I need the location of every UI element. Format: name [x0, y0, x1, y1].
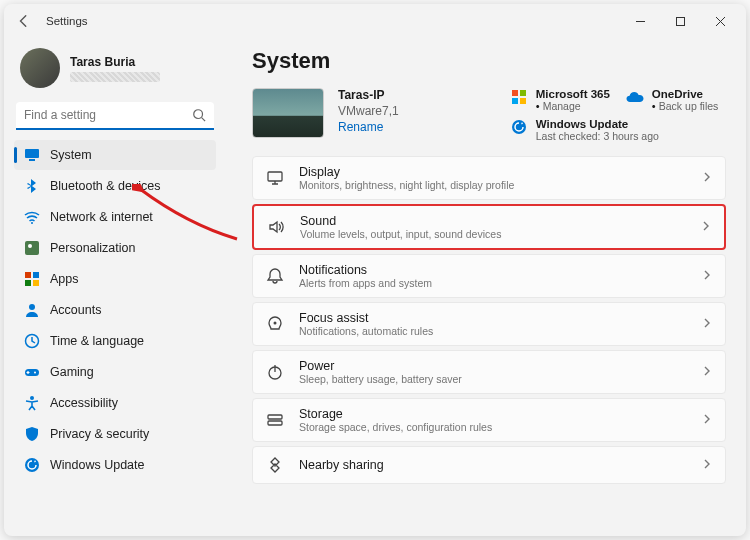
window-title: Settings — [46, 15, 88, 27]
sidebar-item-label: Network & internet — [50, 210, 153, 224]
accounts-icon — [24, 302, 40, 318]
sidebar-item-label: Windows Update — [50, 458, 145, 472]
svg-point-23 — [512, 120, 526, 134]
rename-link[interactable]: Rename — [338, 120, 399, 134]
chevron-right-icon — [701, 317, 713, 332]
card-ms365[interactable]: Microsoft 365• Manage — [510, 88, 610, 112]
card-onedrive[interactable]: OneDrive• Back up files — [626, 88, 726, 112]
row-storage[interactable]: StorageStorage space, drives, configurat… — [252, 398, 726, 442]
sidebar-item-label: Apps — [50, 272, 79, 286]
device-model: VMware7,1 — [338, 104, 399, 118]
titlebar: Settings — [4, 4, 746, 38]
svg-point-25 — [274, 322, 277, 325]
sidebar-item-personalization[interactable]: Personalization — [14, 233, 216, 263]
maximize-button[interactable] — [660, 6, 700, 36]
network-icon — [24, 209, 40, 225]
search-input[interactable] — [16, 102, 214, 130]
row-power[interactable]: PowerSleep, battery usage, battery saver — [252, 350, 726, 394]
power-icon — [265, 362, 285, 382]
sidebar-item-update[interactable]: Windows Update — [14, 450, 216, 480]
svg-rect-12 — [33, 280, 39, 286]
personalization-icon — [24, 240, 40, 256]
svg-rect-20 — [520, 90, 526, 96]
bluetooth-icon — [24, 178, 40, 194]
svg-rect-22 — [520, 98, 526, 104]
row-focus[interactable]: Focus assistNotifications, automatic rul… — [252, 302, 726, 346]
sidebar-item-label: Gaming — [50, 365, 94, 379]
svg-point-2 — [194, 110, 203, 119]
ms365-icon — [510, 88, 528, 106]
sidebar-item-time[interactable]: Time & language — [14, 326, 216, 356]
svg-rect-28 — [268, 415, 282, 419]
search-icon — [192, 108, 206, 125]
row-title: Storage — [299, 407, 492, 421]
sidebar-item-system[interactable]: System — [14, 140, 216, 170]
row-title: Nearby sharing — [299, 458, 384, 472]
svg-point-16 — [34, 372, 36, 374]
sidebar-item-accessibility[interactable]: Accessibility — [14, 388, 216, 418]
sidebar-item-label: Privacy & security — [50, 427, 149, 441]
chevron-right-icon — [701, 458, 713, 473]
svg-rect-1 — [676, 17, 684, 25]
row-nearby[interactable]: Nearby sharing — [252, 446, 726, 484]
sidebar-item-label: System — [50, 148, 92, 162]
svg-rect-10 — [33, 272, 39, 278]
close-button[interactable] — [700, 6, 740, 36]
svg-point-18 — [25, 458, 39, 472]
card-windows-update[interactable]: Windows UpdateLast checked: 3 hours ago — [510, 118, 726, 142]
profile-email-redacted — [70, 72, 160, 82]
row-title: Sound — [300, 214, 501, 228]
back-button[interactable] — [10, 7, 38, 35]
chevron-right-icon — [701, 413, 713, 428]
minimize-button[interactable] — [620, 6, 660, 36]
display-icon — [265, 168, 285, 188]
chevron-right-icon — [701, 171, 713, 186]
profile-name: Taras Buria — [70, 55, 160, 69]
chevron-right-icon — [701, 269, 713, 284]
chevron-right-icon — [701, 365, 713, 380]
sidebar-item-apps[interactable]: Apps — [14, 264, 216, 294]
gaming-icon — [24, 364, 40, 380]
main-content: System Taras-IP VMware7,1 Rename Microso… — [222, 38, 746, 536]
onedrive-icon — [626, 88, 644, 106]
device-row: Taras-IP VMware7,1 Rename Microsoft 365•… — [252, 88, 726, 142]
system-icon — [24, 147, 40, 163]
row-subtitle: Storage space, drives, configuration rul… — [299, 421, 492, 433]
sidebar-item-gaming[interactable]: Gaming — [14, 357, 216, 387]
row-subtitle: Notifications, automatic rules — [299, 325, 433, 337]
sidebar-item-accounts[interactable]: Accounts — [14, 295, 216, 325]
search-box[interactable] — [16, 102, 214, 130]
row-sound[interactable]: SoundVolume levels, output, input, sound… — [252, 204, 726, 250]
update-icon — [24, 457, 40, 473]
svg-point-17 — [30, 396, 34, 400]
profile[interactable]: Taras Buria — [14, 44, 216, 98]
row-notifications[interactable]: NotificationsAlerts from apps and system — [252, 254, 726, 298]
nearby-icon — [265, 455, 285, 475]
nav-list: SystemBluetooth & devicesNetwork & inter… — [14, 140, 216, 480]
sidebar-item-privacy[interactable]: Privacy & security — [14, 419, 216, 449]
sidebar-item-label: Bluetooth & devices — [50, 179, 161, 193]
accessibility-icon — [24, 395, 40, 411]
avatar — [20, 48, 60, 88]
svg-rect-11 — [25, 280, 31, 286]
sidebar-item-bluetooth[interactable]: Bluetooth & devices — [14, 171, 216, 201]
device-name: Taras-IP — [338, 88, 399, 102]
privacy-icon — [24, 426, 40, 442]
row-subtitle: Monitors, brightness, night light, displ… — [299, 179, 514, 191]
svg-rect-29 — [268, 421, 282, 425]
sidebar-item-label: Accounts — [50, 303, 101, 317]
sidebar-item-network[interactable]: Network & internet — [14, 202, 216, 232]
svg-line-3 — [202, 118, 206, 122]
row-title: Power — [299, 359, 462, 373]
svg-rect-4 — [25, 149, 39, 158]
notifications-icon — [265, 266, 285, 286]
row-title: Display — [299, 165, 514, 179]
sidebar-item-label: Time & language — [50, 334, 144, 348]
svg-rect-21 — [512, 98, 518, 104]
sidebar: Taras Buria SystemBluetooth & devicesNet… — [4, 38, 222, 536]
svg-rect-5 — [29, 159, 35, 161]
row-display[interactable]: DisplayMonitors, brightness, night light… — [252, 156, 726, 200]
time-icon — [24, 333, 40, 349]
page-heading: System — [252, 48, 726, 74]
svg-rect-24 — [268, 172, 282, 181]
